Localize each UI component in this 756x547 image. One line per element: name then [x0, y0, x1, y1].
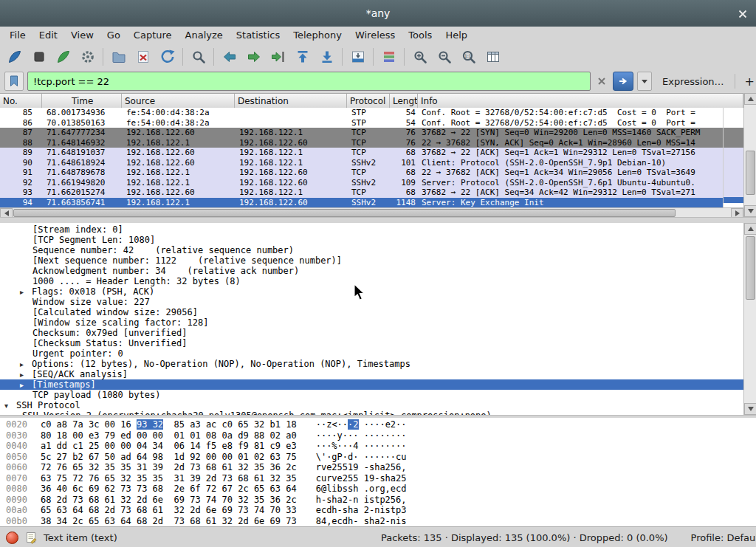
detail-line[interactable]: Checksum: 0x79ed [unverified]: [0, 328, 743, 338]
detail-line[interactable]: ▸Flags: 0x018 (PSH, ACK): [0, 286, 743, 297]
menu-wireless[interactable]: Wireless: [348, 27, 402, 43]
capture-options-button[interactable]: [75, 46, 100, 67]
go-to-top-button[interactable]: [290, 46, 315, 67]
menu-help[interactable]: Help: [439, 27, 474, 43]
menu-tools[interactable]: Tools: [402, 27, 439, 43]
details-vscrollbar[interactable]: [743, 223, 756, 415]
filter-history-dropdown[interactable]: [637, 72, 652, 91]
detail-line[interactable]: Window size value: 227: [0, 297, 743, 307]
detail-line[interactable]: [Stream index: 0]: [0, 224, 743, 235]
detail-line[interactable]: [Window size scaling factor: 128]: [0, 317, 743, 328]
column-header-info[interactable]: Info: [418, 94, 743, 109]
filter-bookmark-button[interactable]: [4, 72, 24, 91]
close-window-button[interactable]: [736, 7, 749, 21]
scroll-down-button[interactable]: [744, 403, 756, 415]
scrollbar-thumb[interactable]: [13, 209, 676, 217]
hex-row[interactable]: 00b038 34 2c 65 63 64 68 2d 73 68 61 32 …: [6, 516, 756, 527]
column-header-source[interactable]: Source: [122, 94, 235, 109]
expander-icon[interactable]: ▸: [20, 380, 32, 391]
scrollbar-trough[interactable]: [744, 105, 756, 205]
go-back-button[interactable]: [217, 46, 241, 67]
menu-edit[interactable]: Edit: [32, 27, 64, 43]
hex-row[interactable]: 007063 75 72 76 65 32 35 35 31 39 2d 73 …: [6, 473, 756, 484]
detail-line[interactable]: [TCP Segment Len: 1080]: [0, 235, 743, 245]
column-header-length[interactable]: Length: [390, 94, 418, 109]
detail-line[interactable]: [Next sequence number: 1122 (relative se…: [0, 255, 743, 266]
expander-icon[interactable]: ▸: [20, 287, 32, 297]
detail-line[interactable]: ▸[SEQ/ACK analysis]: [0, 369, 743, 379]
packet-row-selected[interactable]: 9471.663856741192.168.122.1192.168.122.6…: [0, 198, 723, 208]
detail-line[interactable]: Acknowledgment number: 34 (relative ack …: [0, 266, 743, 276]
column-header-destination[interactable]: Destination: [235, 94, 347, 109]
hex-row[interactable]: 006072 76 65 32 35 35 31 39 2d 73 68 61 …: [6, 462, 756, 473]
stop-capture-button[interactable]: [27, 46, 51, 67]
close-file-button[interactable]: [131, 46, 155, 67]
hex-row[interactable]: 008036 40 6c 69 62 73 73 68 2e 6f 72 67 …: [6, 484, 756, 495]
zoom-in-button[interactable]: [408, 46, 432, 67]
expander-icon[interactable]: ▾: [4, 401, 16, 411]
colorize-button[interactable]: [377, 46, 401, 67]
go-forward-button[interactable]: [241, 46, 266, 67]
packet-list-hscrollbar[interactable]: [0, 207, 743, 218]
column-header-no[interactable]: No.: [0, 94, 42, 109]
detail-line-selected[interactable]: ▸[Timestamps]: [0, 379, 743, 390]
packet-row[interactable]: 8670.013850163fe:54:00:d4:38:2aSTP54Conf…: [0, 118, 723, 128]
find-packet-button[interactable]: [186, 46, 210, 67]
go-to-packet-button[interactable]: [266, 46, 290, 67]
packet-list-vscrollbar[interactable]: [743, 93, 756, 217]
packet-row[interactable]: 9171.648789678192.168.122.1192.168.122.6…: [0, 168, 723, 178]
go-to-bottom-button[interactable]: [315, 46, 339, 67]
detail-line[interactable]: 1000 .... = Header Length: 32 bytes (8): [0, 276, 743, 286]
detail-line[interactable]: [Calculated window size: 29056]: [0, 307, 743, 317]
detail-line[interactable]: TCP payload (1080 bytes): [0, 390, 743, 400]
display-filter-input[interactable]: [27, 72, 591, 91]
filter-apply-button[interactable]: [613, 72, 633, 91]
packet-row[interactable]: 8971.648191037192.168.122.60192.168.122.…: [0, 148, 723, 158]
open-file-button[interactable]: [106, 46, 131, 67]
menu-capture[interactable]: Capture: [127, 27, 179, 43]
zoom-out-button[interactable]: [432, 46, 456, 67]
packet-row[interactable]: 9071.648618924192.168.122.60192.168.122.…: [0, 158, 723, 168]
status-profile[interactable]: Profile: Default: [691, 532, 756, 543]
detail-line[interactable]: Sequence number: 42 (relative sequence n…: [0, 245, 743, 255]
column-header-time[interactable]: Time: [42, 94, 122, 109]
menu-go[interactable]: Go: [100, 27, 127, 43]
menu-view[interactable]: View: [64, 27, 100, 43]
reload-file-button[interactable]: [155, 46, 179, 67]
auto-scroll-button[interactable]: [346, 46, 370, 67]
scroll-down-button[interactable]: [744, 205, 756, 217]
packet-row[interactable]: 8771.647777234192.168.122.60192.168.122.…: [0, 128, 723, 138]
scrollbar-thumb[interactable]: [746, 236, 755, 300]
packet-row[interactable]: 8568.001734936fe:54:00:d4:38:2aSTP54Conf…: [0, 108, 723, 118]
menu-analyze[interactable]: Analyze: [179, 27, 230, 43]
scroll-up-button[interactable]: [744, 93, 756, 105]
filter-clear-button[interactable]: [594, 72, 609, 90]
zoom-100-button[interactable]: 1:1: [456, 46, 481, 67]
detail-line[interactable]: ▸Options: (12 bytes), No-Operation (NOP)…: [0, 359, 743, 369]
hex-row[interactable]: 0040a1 dd c1 25 00 00 04 34 06 14 f5 e8 …: [6, 441, 756, 452]
capture-comment-icon[interactable]: [25, 531, 37, 544]
resize-columns-button[interactable]: [481, 46, 505, 67]
packet-row[interactable]: 9271.661949820192.168.122.1192.168.122.6…: [0, 178, 723, 188]
menu-telephony[interactable]: Telephony: [286, 27, 348, 43]
expander-icon[interactable]: ▸: [20, 370, 32, 380]
add-filter-button[interactable]: +: [739, 75, 756, 89]
hex-row[interactable]: 003080 18 00 e3 79 ed 00 00 01 01 08 0a …: [6, 430, 756, 441]
menu-file[interactable]: File: [3, 27, 32, 43]
expression-button[interactable]: Expression…: [656, 76, 731, 87]
hex-row[interactable]: 00505c 27 b2 67 50 ad 64 98 1d 92 00 00 …: [6, 452, 756, 463]
hex-row[interactable]: 00a065 63 64 68 2d 73 68 61 32 2d 6e 69 …: [6, 505, 756, 516]
packet-row[interactable]: 8871.648146932192.168.122.1192.168.122.6…: [0, 138, 723, 148]
expert-info-icon[interactable]: [6, 531, 18, 544]
packet-row[interactable]: 9371.662015274192.168.122.60192.168.122.…: [0, 188, 723, 198]
scrollbar-thumb[interactable]: [746, 151, 755, 195]
restart-capture-button[interactable]: [51, 46, 75, 67]
expander-icon[interactable]: ▸: [20, 359, 32, 370]
menu-statistics[interactable]: Statistics: [230, 27, 286, 43]
scrollbar-trough[interactable]: [744, 235, 756, 403]
hex-row[interactable]: 0020c0 a8 7a 3c 00 16 93 32 85 a3 ac c0 …: [6, 419, 756, 430]
detail-line[interactable]: ▾SSH Protocol: [0, 400, 743, 410]
detail-line[interactable]: [Checksum Status: Unverified]: [0, 338, 743, 348]
column-header-protocol[interactable]: Protocol: [347, 94, 390, 109]
start-capture-button[interactable]: [2, 46, 27, 67]
